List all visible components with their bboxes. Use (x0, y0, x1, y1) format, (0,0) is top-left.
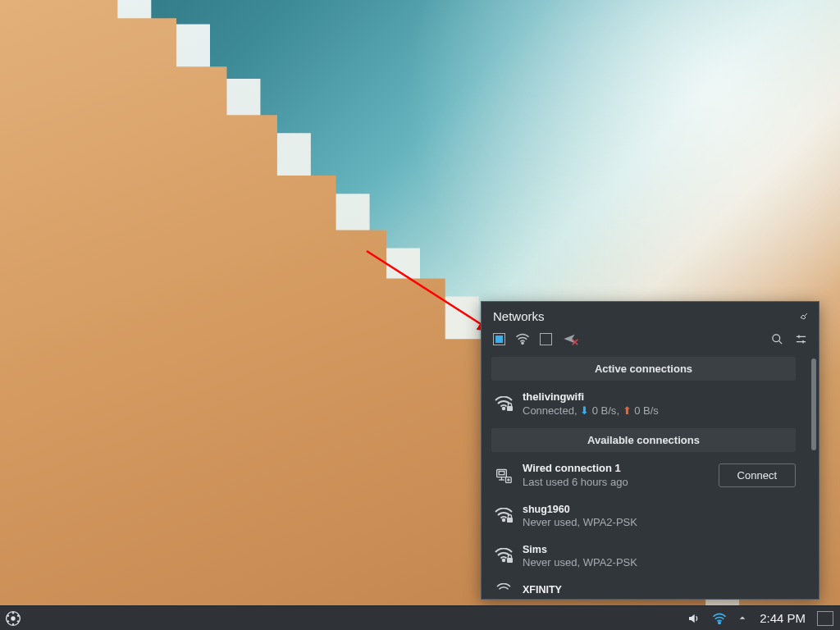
wired-toggle[interactable] (540, 333, 552, 345)
svg-point-15 (17, 614, 19, 616)
connection-name: shug1960 (523, 503, 637, 516)
svg-point-13 (11, 616, 15, 620)
wifi-toggle-icon[interactable] (515, 333, 530, 345)
taskbar-clock[interactable]: 2:44 PM (755, 611, 817, 625)
svg-point-17 (12, 623, 14, 624)
popup-toolbar (482, 329, 819, 354)
tray-expand-icon[interactable] (738, 614, 746, 623)
ethernet-icon (493, 468, 514, 484)
connection-name: Sims (523, 543, 637, 556)
wifi-secure-icon (493, 548, 514, 564)
tray-volume-icon[interactable] (687, 612, 701, 625)
svg-rect-9 (507, 518, 513, 523)
svg-point-3 (503, 408, 505, 410)
connection-wifi[interactable]: Sims Never used, WPA2-PSK (488, 536, 812, 577)
pin-icon[interactable] (799, 312, 809, 322)
search-icon[interactable] (771, 333, 783, 345)
settings-icon[interactable] (795, 333, 807, 345)
svg-point-14 (12, 612, 14, 614)
svg-rect-11 (507, 558, 513, 563)
svg-point-1 (522, 342, 523, 344)
tray-network-icon[interactable] (712, 613, 727, 624)
connection-name: Wired connection 1 (523, 462, 628, 476)
connection-name: thelivingwifi (523, 390, 659, 404)
start-button[interactable] (0, 606, 26, 631)
connect-button[interactable]: Connect (719, 463, 796, 487)
scrollbar-thumb[interactable] (811, 358, 816, 450)
connection-wifi[interactable]: XFINITY (488, 577, 812, 598)
connection-sub: Last used 6 hours ago (523, 476, 628, 490)
wifi-secure-icon (493, 396, 514, 413)
svg-point-2 (773, 334, 780, 341)
taskbar: 2:44 PM (0, 605, 840, 630)
svg-point-19 (7, 614, 9, 616)
wifi-secure-icon (493, 508, 514, 524)
svg-rect-5 (497, 469, 507, 477)
svg-rect-6 (499, 471, 504, 474)
connection-status: Connected, ⬇ 0 B/s, ⬆ 0 B/s (523, 404, 659, 418)
airplane-mode-icon[interactable] (562, 332, 578, 345)
connection-sub: Never used, WPA2-PSK (523, 556, 637, 570)
wifi-icon (493, 583, 514, 596)
svg-rect-4 (507, 406, 513, 411)
svg-point-16 (17, 620, 19, 622)
section-available: Available connections (491, 428, 796, 452)
svg-point-20 (719, 622, 720, 623)
svg-point-18 (7, 620, 9, 622)
networking-toggle[interactable] (493, 333, 505, 345)
section-active: Active connections (491, 357, 796, 381)
connection-wifi[interactable]: shug1960 Never used, WPA2-PSK (488, 496, 812, 536)
connection-active[interactable]: thelivingwifi Connected, ⬇ 0 B/s, ⬆ 0 B/… (488, 384, 812, 425)
popup-title: Networks (493, 309, 545, 323)
connection-wired[interactable]: Wired connection 1 Last used 6 hours ago… (488, 455, 812, 496)
connection-name: XFINITY (523, 583, 562, 596)
svg-point-8 (503, 519, 505, 522)
system-tray (679, 612, 755, 625)
network-popup: Networks (481, 301, 819, 600)
connection-sub: Never used, WPA2-PSK (523, 516, 637, 530)
svg-point-10 (503, 559, 505, 562)
show-desktop-button[interactable] (817, 611, 833, 626)
